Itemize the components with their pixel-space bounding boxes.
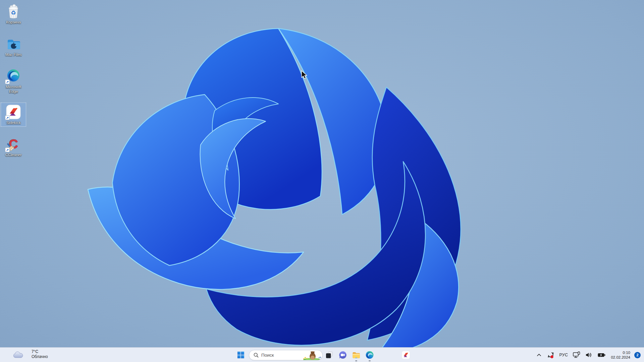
ccleaner-icon: C ↗ [6, 136, 21, 152]
desktop-wallpaper [0, 0, 644, 362]
chat-button[interactable] [336, 348, 350, 362]
bloom-wallpaper-art [0, 0, 644, 362]
tray-sync-status[interactable] [546, 349, 555, 361]
ethernet-network-icon [573, 351, 581, 359]
network-indicator[interactable] [572, 349, 581, 361]
weather-temperature: 7°C [32, 349, 48, 354]
shortcut-arrow-badge: ↗ [5, 115, 10, 120]
desktop-icon-ccleaner[interactable]: C ↗ CCleaner [1, 135, 26, 159]
clock-date: 02.02.2024 [611, 355, 630, 360]
task-view-icon [325, 351, 333, 359]
desktop-icon-microsoft-edge[interactable]: ↗ Microsoft Edge [1, 67, 26, 95]
chat-icon [338, 351, 347, 359]
task-view-button[interactable] [323, 348, 336, 362]
search-icon [254, 353, 259, 358]
desktop-icon-label: Microsoft Edge [2, 85, 25, 94]
search-input[interactable] [261, 353, 298, 358]
windows-logo-icon [237, 352, 244, 358]
microsoft-edge-icon [365, 351, 374, 359]
start-button[interactable] [234, 348, 248, 362]
sidekick-icon [401, 351, 410, 359]
sync-icon [547, 351, 555, 359]
system-tray: РУС [535, 348, 644, 362]
shortcut-arrow-badge: ↗ [5, 79, 10, 84]
sidekick-taskbar-button[interactable] [399, 348, 413, 362]
chevron-up-icon [536, 352, 542, 358]
desktop-icon-mac-files[interactable]: Mac Files [1, 35, 26, 59]
widgets-weather-button[interactable]: 7°C Облачно [0, 348, 64, 362]
desktop-icon-label: CCleaner [5, 153, 22, 158]
mouse-cursor [301, 70, 310, 81]
file-explorer-icon [352, 351, 361, 359]
clock-time: 0:10 [623, 350, 630, 355]
recycle-bin-icon: ♻ [6, 4, 21, 19]
taskbar-search-box[interactable] [249, 350, 323, 360]
desktop-icon-recycle-bin[interactable]: ♻ Корзина [1, 2, 26, 26]
file-explorer-button[interactable] [350, 348, 363, 362]
weather-condition: Облачно [32, 354, 48, 359]
running-indicator [369, 360, 371, 361]
groundhog-day-doodle [301, 351, 322, 360]
recycle-symbol: ♻ [6, 9, 21, 16]
battery-indicator[interactable] [597, 349, 607, 361]
mac-files-folder-icon [6, 36, 21, 52]
desktop-icon-label: Mac Files [5, 53, 21, 57]
taskbar: 7°C Облачно [0, 347, 644, 362]
shortcut-arrow-badge: ↗ [5, 147, 10, 152]
desktop-icon-label: Корзина [6, 20, 21, 25]
tray-overflow-chevron[interactable] [535, 349, 543, 361]
language-indicator[interactable]: РУС [559, 349, 569, 361]
speaker-icon [585, 352, 593, 358]
battery-charging-icon [597, 352, 606, 358]
cloud-icon [13, 351, 23, 360]
taskbar-center-group [234, 348, 413, 362]
microsoft-edge-button[interactable] [363, 348, 376, 362]
notification-count-badge[interactable]: 2 [634, 352, 641, 358]
weather-text: 7°C Облачно [32, 349, 48, 359]
sidekick-icon: ↗ [6, 104, 21, 120]
language-label: РУС [559, 353, 568, 357]
microsoft-edge-icon: ↗ [6, 68, 21, 84]
volume-indicator[interactable] [585, 349, 593, 361]
running-indicator [355, 360, 357, 361]
clock[interactable]: 0:10 02.02.2024 [610, 349, 631, 361]
desktop-icon-sidekick[interactable]: ↗ Sidekick [1, 103, 26, 127]
desktop-icon-label: Sidekick [6, 121, 21, 125]
